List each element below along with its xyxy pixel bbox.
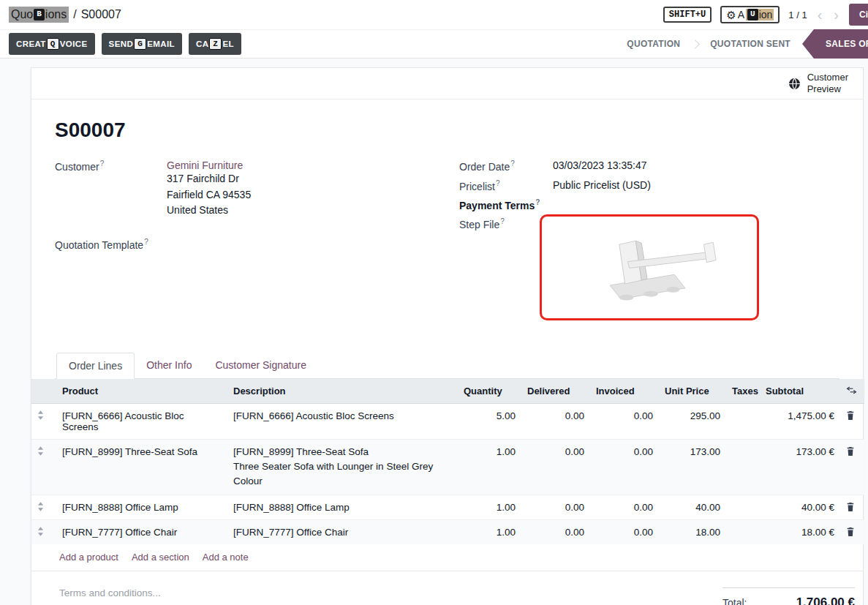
- cell-description[interactable]: [FURN_8999] Three-Seat SofaThree Seater …: [227, 439, 458, 495]
- drag-handle[interactable]: [31, 403, 56, 439]
- cell-unit-price[interactable]: 173.00: [659, 439, 726, 495]
- description-line2: Three Seater Sofa with Lounger in Steel …: [233, 459, 452, 488]
- cell-product[interactable]: [FURN_7777] Office Chair: [56, 520, 227, 545]
- cell-subtotal: 1,475.00 €: [760, 403, 840, 439]
- trash-icon: [846, 502, 858, 512]
- column-header-invoiced[interactable]: Invoiced: [590, 379, 659, 404]
- cell-unit-price[interactable]: 18.00: [659, 520, 726, 545]
- sheet-header-row: Customer Preview: [31, 68, 863, 99]
- column-header-subtotal[interactable]: Subtotal: [760, 379, 840, 404]
- action-menu-button[interactable]: ⚙ A Uion: [720, 6, 780, 23]
- customer-link[interactable]: Gemini Furniture: [167, 159, 243, 171]
- action-menu-highlight: Uion: [746, 9, 774, 20]
- top-bar: QuoBions / S00007 SHIFT+U ⚙ A Uion 1 / 1…: [0, 0, 868, 29]
- drag-handle[interactable]: [31, 520, 56, 545]
- breadcrumb: QuoBions / S00007: [9, 7, 121, 23]
- pager-next-button[interactable]: ›: [832, 7, 840, 22]
- status-step-quotation[interactable]: QUOTATION: [615, 29, 692, 59]
- cell-unit-price[interactable]: 40.00: [659, 495, 726, 520]
- gear-icon: ⚙: [726, 10, 736, 20]
- send-email-button[interactable]: SENDGEMAIL: [102, 33, 182, 55]
- cell-taxes[interactable]: [726, 495, 760, 520]
- column-header-unit-price[interactable]: Unit Price: [659, 379, 726, 404]
- pager-previous-button[interactable]: ‹: [816, 7, 824, 22]
- terms-and-conditions-input[interactable]: Terms and conditions...: [59, 587, 161, 605]
- app-window: QuoBions / S00007 SHIFT+U ⚙ A Uion 1 / 1…: [0, 0, 868, 605]
- cell-taxes[interactable]: [726, 403, 760, 439]
- cell-product[interactable]: [FURN_6666] Acoustic Bloc Screens: [56, 403, 227, 439]
- column-header-product[interactable]: Product: [56, 379, 227, 404]
- drag-handle[interactable]: [31, 495, 56, 520]
- add-section-link[interactable]: Add a section: [132, 552, 189, 563]
- cell-delivered[interactable]: 0.00: [521, 439, 590, 495]
- cell-delivered[interactable]: 0.00: [521, 520, 590, 545]
- optional-columns-icon: [846, 386, 857, 394]
- cell-quantity[interactable]: 5.00: [458, 403, 521, 439]
- sheet-bottom-zone: Terms and conditions... Total: 1,706.00 …: [55, 587, 839, 605]
- column-header-delivered[interactable]: Delivered: [521, 379, 590, 404]
- pricelist-value[interactable]: Public Pricelist (USD): [553, 179, 651, 192]
- action-menu-label-2: ion: [759, 9, 773, 20]
- tab-customer-signature[interactable]: Customer Signature: [203, 353, 318, 379]
- customer-preview-line2: Preview: [807, 83, 848, 95]
- description-line1: [FURN_8999] Three-Seat Sofa: [233, 446, 452, 457]
- cell-delivered[interactable]: 0.00: [521, 403, 590, 439]
- cell-quantity[interactable]: 1.00: [458, 520, 521, 545]
- cell-product[interactable]: [FURN_8888] Office Lamp: [56, 495, 227, 520]
- order-lines-table: Product Description Quantity Delivered I…: [31, 379, 864, 544]
- cancel-label-2: EL: [222, 40, 234, 48]
- cell-invoiced[interactable]: 0.00: [590, 520, 659, 545]
- status-step-quotation-sent[interactable]: QUOTATION SENT: [698, 29, 802, 59]
- table-row: [FURN_8888] Office Lamp [FURN_8888] Offi…: [31, 495, 864, 520]
- column-header-taxes[interactable]: Taxes: [726, 379, 760, 404]
- delete-row-button[interactable]: [840, 520, 864, 545]
- drag-handle[interactable]: [31, 439, 56, 495]
- cell-description[interactable]: [FURN_7777] Office Chair: [227, 520, 458, 545]
- cell-invoiced[interactable]: 0.00: [590, 495, 659, 520]
- payment-terms-label: Payment Terms?: [459, 198, 553, 211]
- order-lines-table-wrap: Product Description Quantity Delivered I…: [31, 379, 863, 544]
- step-file-image-widget[interactable]: [540, 214, 759, 320]
- tab-order-lines[interactable]: Order Lines: [56, 353, 135, 379]
- step-file-field: Step File?: [459, 217, 839, 320]
- cell-description[interactable]: [FURN_6666] Acoustic Bloc Screens: [227, 403, 458, 439]
- page-title: S00007: [55, 119, 839, 142]
- cell-invoiced[interactable]: 0.00: [590, 403, 659, 439]
- add-product-link[interactable]: Add a product: [59, 552, 118, 563]
- trash-icon: [846, 527, 858, 537]
- field-grid: Customer? Gemini Furniture 317 Fairchild…: [55, 159, 839, 327]
- order-date-value[interactable]: 03/03/2023 13:35:47: [553, 159, 646, 173]
- delete-row-button[interactable]: [840, 439, 864, 495]
- tab-other-info[interactable]: Other Info: [135, 353, 203, 379]
- column-header-quantity[interactable]: Quantity: [458, 379, 521, 404]
- customer-preview-link[interactable]: Customer Preview: [807, 72, 848, 96]
- column-header-description[interactable]: Description: [227, 379, 458, 404]
- cell-quantity[interactable]: 1.00: [458, 439, 521, 495]
- delete-row-button[interactable]: [840, 403, 864, 439]
- send-email-label-2: EMAIL: [147, 40, 175, 48]
- cell-description[interactable]: [FURN_8888] Office Lamp: [227, 495, 458, 520]
- status-step-sales-order[interactable]: SALES ORDER: [802, 29, 868, 59]
- cell-taxes[interactable]: [726, 439, 760, 495]
- breadcrumb-parent-text-2: ions: [45, 8, 67, 21]
- description-line1: [FURN_8888] Office Lamp: [233, 502, 452, 513]
- create-invoice-button[interactable]: CREATQVOICE: [9, 33, 95, 55]
- cancel-button[interactable]: CAZEL: [189, 33, 241, 55]
- cell-quantity[interactable]: 1.00: [458, 495, 521, 520]
- corner-button[interactable]: Ci: [849, 4, 868, 26]
- cell-subtotal: 40.00 €: [760, 495, 840, 520]
- trash-icon: [846, 410, 858, 421]
- cell-unit-price[interactable]: 295.00: [659, 403, 726, 439]
- customer-field-value: Gemini Furniture 317 Fairchild Dr Fairfi…: [167, 159, 251, 219]
- cell-invoiced[interactable]: 0.00: [590, 439, 659, 495]
- step-file-3d-preview: [542, 217, 757, 318]
- cell-product[interactable]: [FURN_8999] Three-Seat Sofa: [56, 439, 227, 495]
- add-note-link[interactable]: Add a note: [203, 552, 249, 563]
- cell-delivered[interactable]: 0.00: [521, 495, 590, 520]
- optional-columns-header[interactable]: [840, 379, 864, 404]
- delete-row-button[interactable]: [840, 495, 864, 520]
- help-marker: ?: [144, 238, 148, 246]
- cell-taxes[interactable]: [726, 520, 760, 545]
- help-marker: ?: [496, 179, 500, 187]
- breadcrumb-quotations-link[interactable]: QuoBions: [9, 7, 69, 23]
